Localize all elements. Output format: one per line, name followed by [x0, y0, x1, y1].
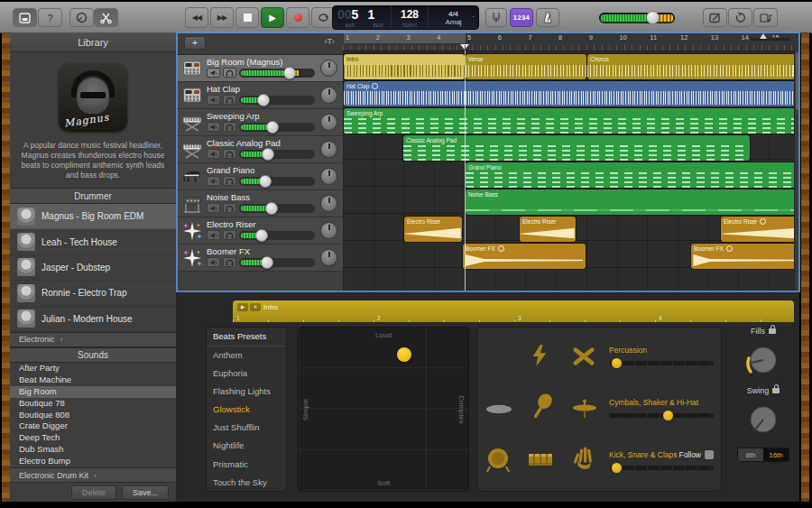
mute-button[interactable]	[207, 230, 220, 240]
track-row[interactable]: Sweeping Arp	[177, 109, 343, 136]
follow-checkbox[interactable]	[705, 450, 714, 459]
kick-snare-knob[interactable]	[612, 463, 622, 473]
track-row[interactable]: Noise Bass	[177, 190, 343, 217]
track-volume-slider[interactable]	[239, 258, 315, 267]
audio-region[interactable]: Electro Riser	[721, 217, 798, 242]
sound-list-item[interactable]: Big Room	[10, 386, 176, 398]
track-row[interactable]: Hat Clap	[177, 82, 343, 109]
audio-region[interactable]: Classic Analog Pad	[403, 135, 750, 161]
kick-drum-icon[interactable]	[484, 447, 512, 474]
drumsticks-icon[interactable]	[571, 346, 596, 367]
zoom-slider[interactable]	[751, 38, 790, 41]
zoom-slider-handle[interactable]	[760, 33, 767, 39]
track-volume-knob[interactable]	[261, 256, 273, 269]
genre-crumb[interactable]: Electronic›	[10, 332, 176, 347]
volume-knob[interactable]	[646, 11, 660, 24]
track-options-icon[interactable]: ›T‹	[325, 37, 336, 46]
delete-button[interactable]: Delete	[71, 485, 116, 500]
fills-knob[interactable]	[743, 339, 784, 381]
kick-snare-slider[interactable]	[609, 466, 714, 470]
track-lanes[interactable]: Intro Verse Chorus Hat Clap	[343, 51, 799, 291]
audio-region[interactable]: Chorus	[587, 54, 798, 79]
preset-item[interactable]: Anthem	[207, 346, 286, 365]
audio-region[interactable]: Intro	[344, 54, 465, 79]
track-row[interactable]: Classic Analog Pad	[177, 136, 343, 163]
track-row[interactable]: Big Room (Magnus)	[177, 55, 343, 82]
sound-list-item[interactable]: After Party	[10, 363, 176, 374]
percussion-knob[interactable]	[612, 358, 622, 368]
snare-drum-icon[interactable]	[526, 450, 555, 470]
swing-knob[interactable]	[743, 399, 784, 440]
track-volume-slider[interactable]	[239, 204, 315, 213]
solo-headphones-button[interactable]	[223, 230, 236, 240]
solo-headphones-button[interactable]	[223, 203, 236, 213]
pan-knob[interactable]	[320, 222, 337, 239]
lightning-bolt-icon[interactable]	[530, 344, 549, 367]
solo-headphones-button[interactable]	[223, 176, 236, 186]
mute-button[interactable]	[207, 203, 220, 213]
drummer-list-item[interactable]: Julian - Modern House	[10, 307, 176, 332]
kit-crumb[interactable]: Electronic Drum Kit›	[10, 467, 176, 483]
solo-headphones-button[interactable]	[223, 95, 236, 105]
audio-region[interactable]: Boomer FX	[691, 244, 798, 269]
solo-headphones-button[interactable]	[223, 68, 236, 78]
track-volume-slider[interactable]	[239, 231, 315, 240]
preset-item[interactable]: Flashing Lights	[207, 383, 286, 401]
sound-list-item[interactable]: Boutique 808	[10, 410, 176, 421]
region-play-icon[interactable]: ▶	[237, 303, 248, 311]
stop-button[interactable]	[235, 7, 259, 28]
pan-knob[interactable]	[320, 249, 337, 266]
audio-region[interactable]: Verse	[466, 54, 586, 79]
pan-knob[interactable]	[320, 114, 337, 131]
solo-headphones-button[interactable]	[223, 257, 236, 267]
track-volume-knob[interactable]	[255, 229, 268, 242]
record-button[interactable]	[286, 7, 309, 28]
percussion-slider[interactable]	[609, 361, 714, 365]
audio-region[interactable]: Sweeping Arp	[344, 108, 798, 134]
track-volume-slider[interactable]	[239, 123, 315, 132]
drummer-list-item[interactable]: Ronnie - Electro Trap	[10, 281, 176, 306]
solo-headphones-button[interactable]	[223, 149, 236, 159]
sound-list-item[interactable]: Boutique 78	[10, 398, 176, 410]
save-button[interactable]: Save...	[122, 485, 169, 500]
chevron-down-icon[interactable]: ˇ	[472, 14, 475, 23]
notepad-button[interactable]	[703, 8, 727, 27]
audio-region[interactable]: Noise Bass	[466, 189, 798, 215]
track-volume-slider[interactable]	[239, 177, 315, 186]
playhead-marker[interactable]	[460, 44, 469, 50]
metronome-button[interactable]	[536, 8, 559, 27]
loop-browser-button[interactable]	[728, 8, 752, 27]
track-row[interactable]: Boomer FX	[177, 245, 343, 272]
track-volume-slider[interactable]	[239, 96, 315, 105]
track-volume-knob[interactable]	[259, 175, 272, 188]
preset-item[interactable]: Glowstick	[207, 401, 286, 419]
play-button[interactable]: ▶	[261, 7, 284, 28]
audio-region[interactable]: Hat Clap	[344, 81, 798, 106]
track-volume-knob[interactable]	[283, 67, 296, 79]
preset-item[interactable]: Touch the Sky	[207, 474, 286, 492]
mute-button[interactable]	[207, 149, 220, 159]
editor-region-bar[interactable]: ▶ ✕ Intro 1234	[233, 300, 794, 322]
audio-region[interactable]: Boomer FX	[463, 244, 586, 269]
swing-8th-option[interactable]: 8th	[738, 448, 763, 461]
pan-knob[interactable]	[320, 87, 337, 104]
solo-headphones-button[interactable]	[223, 122, 236, 132]
track-volume-knob[interactable]	[266, 121, 279, 134]
playhead-line[interactable]	[465, 51, 466, 291]
preset-item[interactable]: Euphoria	[207, 365, 286, 383]
preset-item[interactable]: Prismatic	[207, 456, 286, 474]
drummer-list-item[interactable]: Leah - Tech House	[10, 229, 176, 254]
pan-knob[interactable]	[320, 168, 337, 185]
library-toggle-button[interactable]	[13, 8, 37, 27]
audio-region[interactable]: Electro Riser	[520, 217, 576, 242]
loud-complex-xy-pad[interactable]: Loud Soft Simple Complex	[298, 327, 469, 492]
track-row[interactable]: Grand Piano	[177, 163, 343, 190]
pan-knob[interactable]	[320, 141, 337, 158]
lcd-display[interactable]: 0051 BAR BEAT 128 TEMPO 4/4Amaj ˇ	[332, 5, 479, 30]
drummer-list-item[interactable]: Magnus - Big Room EDM	[10, 204, 176, 229]
add-track-button[interactable]: +	[184, 36, 206, 50]
cymbals-slider[interactable]	[609, 413, 714, 418]
preset-item[interactable]: Nightlife	[207, 437, 286, 455]
pan-knob[interactable]	[320, 60, 337, 77]
rewind-button[interactable]: ◀◀	[185, 7, 208, 28]
